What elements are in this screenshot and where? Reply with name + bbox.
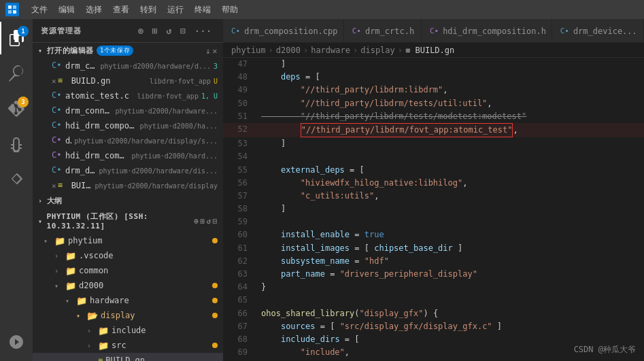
file-item-build-gn[interactable]: ✕ ≡ BUILD.gn libdrm·fovt_app U [33,73,223,88]
tree-hardware-label: hardware [90,296,129,305]
save-all-icon[interactable]: ⇓ [205,46,211,56]
code-line-68: 68 include_dirs = [ [223,333,644,346]
tree-vscode[interactable]: › 📁 .vscode [33,248,223,263]
outline-section[interactable]: › 大纲 [33,193,223,209]
line-content-53: ] [256,137,644,150]
outline-label: 大纲 [47,196,63,206]
line-num-66: 66 [223,307,256,320]
workspace-section[interactable]: ▾ PHYTIUM (工作区) [SSH: 10.31.32.11] ⊕ ⊞ ↺… [33,209,223,233]
new-folder-icon[interactable]: ⊞ [150,24,161,37]
cpp-file-icon: C• [52,61,63,71]
folder-phytium-icon: 📁 [54,236,65,246]
code-line-52: 52 "//third_party/libdrm/fovt_app:atomic… [223,123,644,137]
breadcrumb-part4[interactable]: display [360,46,395,55]
menu-item-运行[interactable]: 运行 [162,2,189,18]
tree-d2000[interactable]: ▾ 📁 d2000 [33,278,223,293]
workspace-chevron: ▾ [38,218,43,225]
new-file-ws-icon[interactable]: ⊕ [194,217,199,226]
close-icon[interactable]: ✕ [52,77,56,86]
activity-remote[interactable] [0,326,33,358]
d2000-modified-dot [212,283,218,288]
src-modified-dot [212,343,218,348]
menu-item-编辑[interactable]: 编辑 [53,2,80,18]
svg-rect-3 [13,10,16,14]
code-line-58: 58 ] [223,203,644,216]
arrow-common: › [54,267,65,275]
menu-item-文件[interactable]: 文件 [26,2,53,18]
file-item-drm-crtc-cpp[interactable]: C• drm_crtc.cpp phytium·d2000/hardware/d… [33,58,223,73]
more-options-icon[interactable]: ··· [192,24,215,37]
outline-chevron: › [38,197,43,205]
refresh-icon[interactable]: ↺ [163,24,175,37]
file-item-drm-connector[interactable]: C• drm_connector.cpp phytium·d2000/hardw… [33,103,223,118]
line-num-59: 59 [223,216,256,228]
tab-icon-cpp2: C• [560,27,569,35]
menu-item-转到[interactable]: 转到 [135,2,162,18]
arrow-include: › [87,327,98,334]
refresh-ws-icon[interactable]: ↺ [207,217,211,226]
line-content-58: ] [256,203,644,216]
close-all-icon[interactable]: ✕ [212,46,218,56]
sidebar-title-icons: ⊕ ⊞ ↺ ⊟ ··· [135,24,215,37]
line-content-64: } [256,281,644,294]
activity-git[interactable]: 3 [0,92,33,125]
open-editors-chevron: ▾ [38,47,43,54]
code-editor[interactable]: 47 ] 48 deps = [ 49 "//third_party/libdr… [223,58,644,361]
menu-item-终端[interactable]: 终端 [189,2,216,18]
tree-include[interactable]: › 📁 include [33,323,223,338]
tab-drm-crtc-h[interactable]: C• drm_crtc.h [344,19,422,43]
gn-file-icon2: ≡ [58,180,69,191]
line-content-52: "//third_party/libdrm/fovt_app:atomic_te… [256,123,644,137]
line-num-57: 57 [223,190,256,203]
line-num-63: 63 [223,268,256,281]
svg-rect-0 [8,5,12,9]
file-item-hdi-drm-comp[interactable]: C• hdi_drm_composition.cpp phytium·d2000… [33,118,223,133]
activity-extensions[interactable] [0,163,33,196]
activity-explorer[interactable]: 1 [0,22,33,54]
tab-drm-device[interactable]: C• drm_device... [552,19,644,43]
file-item-drm-device[interactable]: C• drm_device.cpp phytium·d2000/hardware… [33,163,223,178]
breadcrumb-part3[interactable]: hardware [311,46,350,55]
file-item-atomic-test[interactable]: C• atomic_test.c libdrm·fovt_app 1, U [33,88,223,103]
breadcrumb-part5[interactable]: ≡ BUILD.gn [405,46,454,55]
tree-common[interactable]: › 📁 common [33,263,223,278]
line-content-59 [256,216,644,228]
breadcrumb-part2[interactable]: d2000 [276,46,301,55]
file-item-drm-crtc-h[interactable]: C• drm_crtc.h phytium·d2000/hardware/dis… [33,133,223,148]
activity-debug[interactable] [0,128,33,160]
tree-src[interactable]: › 📁 src [33,338,223,353]
line-content-69: "include", [256,346,644,359]
breadcrumb-part1[interactable]: phytium [231,46,266,55]
open-editors-section[interactable]: ▾ 打开的编辑器 1个未保存 ⇓ ✕ [33,43,223,58]
arrow-src: › [87,342,98,349]
tree-build-gn[interactable]: › ≡ BUILD.gn [33,353,223,361]
code-line-56: 56 "hiviewdfx_hilog_native:libhilog", [223,177,644,190]
file-item-hdi-drm-comp-h[interactable]: C• hdi_drm_composition.h phytium·d2000/h… [33,148,223,163]
folder-display-icon: 📂 [87,311,98,321]
close-icon2[interactable]: ✕ [52,182,56,190]
arrow-d2000: ▾ [54,282,65,290]
arrow-display: ▾ [76,312,87,320]
tab-drm-composition[interactable]: C• drm_composition.cpp [223,19,344,43]
file-item-build-gn2[interactable]: ✕ ≡ BUILD.gn phytium·d2000/hardware/disp… [33,178,223,193]
new-file-icon[interactable]: ⊕ [135,24,147,37]
tree-display[interactable]: ▾ 📂 display [33,308,223,323]
collapse-ws-icon[interactable]: ⊟ [213,217,218,226]
tree-display-label: display [101,311,135,320]
collapse-all-icon[interactable]: ⊟ [177,24,189,37]
new-folder-ws-icon[interactable]: ⊞ [200,217,205,226]
menu-item-帮助[interactable]: 帮助 [216,2,243,18]
line-num-49: 49 [223,84,256,97]
folder-src-icon: 📁 [98,341,109,351]
tree-phytium-label: phytium [68,236,103,245]
tree-hardware[interactable]: ▾ 📁 hardware [33,293,223,308]
line-content-66: ohos_shared_library("display_gfx") { [256,307,644,320]
menu-item-选择[interactable]: 选择 [80,2,107,18]
code-line-66: 66 ohos_shared_library("display_gfx") { [223,307,644,320]
tree-phytium[interactable]: ▾ 📁 phytium [33,233,223,248]
menu-item-查看[interactable]: 查看 [107,2,135,18]
activity-search[interactable] [0,57,33,90]
tab-hdi-drm-comp-h[interactable]: C• hdi_drm_composition.h [422,19,552,43]
svg-rect-1 [13,5,16,9]
code-line-49: 49 "//third_party/libdrm:libdrm", [223,84,644,97]
